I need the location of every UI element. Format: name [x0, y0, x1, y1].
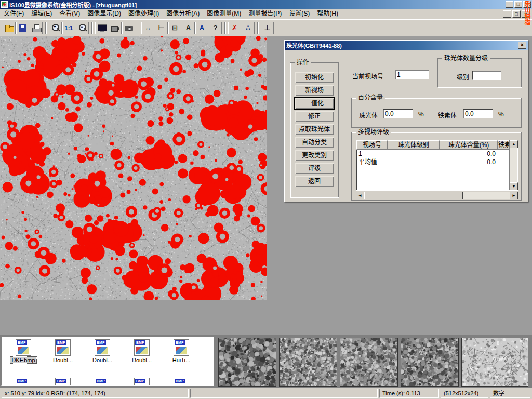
init-button[interactable]: 初始化	[295, 72, 334, 83]
current-field-input[interactable]	[395, 70, 429, 79]
thumbnail-image[interactable]	[340, 338, 398, 387]
file-item[interactable]: BMP	[122, 378, 162, 386]
menu-help[interactable]: 帮助(H)	[313, 9, 342, 19]
scrollbar-track[interactable]	[463, 192, 510, 200]
change-class-button[interactable]: 更改类别	[295, 150, 334, 161]
display-button[interactable]	[95, 22, 108, 34]
measure-button[interactable]: ⊢	[155, 22, 168, 34]
return-button[interactable]: 返回	[295, 176, 334, 187]
font-button[interactable]: A	[195, 22, 208, 34]
file-name[interactable]: Doubl...	[91, 357, 113, 363]
file-item[interactable]: BMP Doubl...	[122, 339, 162, 364]
help-button[interactable]: ?	[209, 22, 222, 34]
print-button[interactable]	[30, 22, 43, 34]
new-field-button[interactable]: 新视场	[295, 85, 334, 96]
actual-size-button[interactable]: 1:1	[62, 22, 75, 34]
zoom-out-icon: −	[78, 23, 87, 33]
menu-file[interactable]: 文件(F)	[0, 9, 28, 19]
dialog-title: 珠光体(GB/T9441-88)	[286, 41, 342, 49]
save-button[interactable]	[16, 22, 29, 34]
cell-grade	[388, 158, 440, 166]
thumbnail-image[interactable]	[279, 338, 337, 387]
watermark-text: 乐山快猫	[523, 1, 531, 25]
grid-button[interactable]: ⊞	[168, 22, 181, 34]
points-button[interactable]: ∴	[242, 22, 255, 34]
file-item[interactable]: BMP HuiTi...	[162, 339, 201, 364]
title-bar: IS100显微摄像系统(金相分析版) - [zhuguangti01] _ □ …	[0, 0, 532, 9]
file-name[interactable]: Doubl...	[131, 357, 153, 363]
file-item[interactable]: BMP Doubl...	[43, 339, 83, 364]
video-camera-button[interactable]	[109, 22, 122, 34]
help-icon: ?	[211, 23, 220, 33]
table-header-row: 视场号 珠光体级别 珠光体含量(%) 铁素	[356, 140, 509, 150]
col-grade[interactable]: 珠光体级别	[388, 140, 440, 150]
capture-button[interactable]	[122, 22, 135, 34]
ferrite-percent-input[interactable]	[463, 109, 493, 118]
zoom-out-button[interactable]: −	[76, 22, 89, 34]
status-bar: x: 510 y: 79 idx: 0 RGB: (174, 174, 174)…	[0, 388, 532, 399]
scroll-up-icon[interactable]: ▲	[510, 140, 518, 148]
file-name[interactable]: Doubl...	[52, 357, 74, 363]
mdi-restore-button[interactable]: □	[512, 10, 521, 18]
table-row[interactable]: 1 0.0	[356, 150, 509, 158]
minimize-button[interactable]: _	[506, 1, 513, 8]
correct-button[interactable]: 修正	[295, 111, 334, 122]
text-label-button[interactable]: A	[182, 22, 195, 34]
col-ferrite[interactable]: 铁素	[498, 140, 509, 150]
menu-view[interactable]: 查看(V)	[56, 9, 84, 19]
dialog-title-bar[interactable]: 珠光体(GB/T9441-88) ×	[285, 41, 528, 50]
menu-report[interactable]: 测量报告(P)	[245, 9, 285, 19]
file-item[interactable]: BMP	[83, 378, 122, 386]
pearlite-percent-input[interactable]	[383, 109, 413, 118]
thumbnail-image[interactable]	[461, 338, 528, 387]
table-horizontal-scrollbar[interactable]: ◄ ►	[356, 192, 518, 200]
grading-group-label: 珠光体数量分级	[442, 55, 490, 62]
scroll-right-icon[interactable]: ►	[510, 192, 518, 200]
file-item[interactable]: BMP DKF.bmp	[4, 339, 43, 364]
menu-image-display[interactable]: 图像显示(D)	[84, 9, 125, 19]
bmp-file-icon: BMP	[134, 378, 150, 386]
time-status: Time (s): 0.113	[379, 389, 439, 398]
menu-image-measure[interactable]: 图像测量(M)	[203, 9, 245, 19]
file-item[interactable]: BMP	[162, 378, 201, 386]
print-icon	[32, 23, 41, 33]
table-vertical-scrollbar[interactable]: ▲ ▼	[509, 140, 517, 190]
scrollbar-thumb[interactable]	[364, 192, 463, 200]
menu-edit[interactable]: 编辑(E)	[28, 9, 56, 19]
col-content[interactable]: 珠光体含量(%)	[440, 140, 498, 150]
maximize-button[interactable]: □	[514, 1, 522, 8]
open-file-button[interactable]	[3, 22, 16, 34]
metallograph-image[interactable]	[0, 36, 267, 300]
actual-size-icon: 1:1	[64, 23, 74, 33]
col-field[interactable]: 视场号	[356, 140, 388, 150]
h-caliper-button[interactable]: ↔	[141, 22, 154, 34]
dialog-body: 操作 初始化 新视场 二值化 修正 点取珠光体 自动分类 更改类别 评级 返回 …	[285, 50, 528, 202]
rate-button[interactable]: 评级	[295, 163, 334, 174]
file-item[interactable]: BMP	[43, 378, 83, 386]
table-row[interactable]: 平均值 0.0	[356, 158, 509, 166]
thumbnail-image[interactable]	[401, 338, 459, 387]
v-caliper-button[interactable]: ⊥	[261, 22, 274, 34]
file-name[interactable]: HuiTi...	[171, 357, 191, 363]
mdi-minimize-button[interactable]: _	[503, 10, 511, 18]
file-name[interactable]: DKF.bmp	[10, 357, 36, 363]
thumbnail-image[interactable]	[218, 338, 276, 387]
scroll-down-icon[interactable]: ▼	[510, 182, 518, 190]
auto-classify-button[interactable]: 自动分类	[295, 137, 334, 148]
level-input[interactable]	[472, 71, 501, 80]
delete-button[interactable]: ✗	[228, 22, 241, 34]
delete-icon: ✗	[230, 23, 240, 33]
menu-image-analysis[interactable]: 图像分析(A)	[163, 9, 203, 19]
zoom-in-button[interactable]: +	[49, 22, 62, 34]
binarize-button[interactable]: 二值化	[295, 98, 334, 109]
pick-pearlite-button[interactable]: 点取珠光体	[295, 124, 334, 135]
menu-image-process[interactable]: 图像处理(I)	[125, 9, 163, 19]
scroll-left-icon[interactable]: ◄	[356, 192, 364, 200]
measure-icon: ⊢	[157, 23, 166, 33]
toolbar-separator	[45, 22, 47, 34]
dialog-close-button[interactable]: ×	[518, 42, 526, 49]
menu-settings[interactable]: 设置(S)	[285, 9, 313, 19]
file-item[interactable]: BMP	[4, 378, 43, 386]
file-item[interactable]: BMP Doubl...	[83, 339, 122, 364]
bmp-file-icon: BMP	[95, 339, 110, 356]
